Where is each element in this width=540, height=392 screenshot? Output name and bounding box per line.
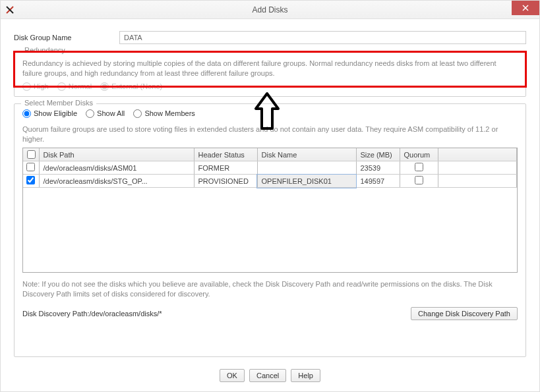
header-size-mb[interactable]: Size (MB): [356, 148, 400, 161]
close-button[interactable]: [512, 1, 539, 15]
ok-button[interactable]: OK: [220, 369, 245, 382]
help-button[interactable]: Help: [291, 369, 320, 382]
cell-disk-name[interactable]: OPENFILER_DISK01: [257, 175, 356, 188]
close-icon: [522, 5, 529, 11]
bottom-button-row: OK Cancel Help: [14, 364, 526, 383]
titlebar: Add Disks: [1, 1, 539, 19]
quorum-checkbox[interactable]: [415, 176, 423, 184]
member-disks-legend: Select Member Disks: [21, 99, 96, 107]
cell-blank: [438, 161, 517, 175]
cell-header-status: PROVISIONED: [194, 175, 257, 188]
redundancy-normal-radio[interactable]: Normal: [57, 82, 92, 91]
disk-group-name-input[interactable]: [119, 31, 526, 44]
header-blank: [438, 148, 517, 161]
cell-size-mb: 149597: [356, 175, 400, 188]
redundancy-description: Redundancy is achieved by storing multip…: [22, 59, 518, 78]
disk-filter-row: Show Eligible Show All Show Members: [22, 109, 518, 119]
header-header-status[interactable]: Header Status: [194, 148, 257, 161]
header-disk-path[interactable]: Disk Path: [39, 148, 194, 161]
quorum-description: Quorum failure groups are used to store …: [22, 125, 518, 144]
content-area: Disk Group Name Redundancy Redundancy is…: [1, 19, 539, 391]
cell-disk-path: /dev/oracleasm/disks/STG_OP...: [39, 175, 194, 188]
header-select-all[interactable]: [23, 148, 39, 161]
redundancy-high-radio[interactable]: High: [22, 82, 49, 91]
row-checkbox[interactable]: [26, 163, 35, 171]
cell-size-mb: 23539: [356, 161, 400, 175]
cell-header-status: FORMER: [194, 161, 257, 175]
table-header-row: Disk Path Header Status Disk Name Size (…: [23, 148, 517, 161]
disk-discovery-label: Disk Discovery Path:/dev/oracleasm/disks…: [22, 310, 162, 318]
show-members-radio[interactable]: Show Members: [133, 109, 195, 118]
quorum-checkbox[interactable]: [415, 163, 423, 171]
cancel-button[interactable]: Cancel: [249, 369, 286, 382]
cell-disk-path: /dev/oracleasm/disks/ASM01: [39, 161, 194, 175]
row-checkbox[interactable]: [26, 176, 35, 184]
redundancy-external-radio[interactable]: External (None): [100, 82, 162, 91]
header-quorum[interactable]: Quorum: [400, 148, 438, 161]
table-row[interactable]: /dev/oracleasm/disks/ASM01FORMER23539: [23, 161, 517, 175]
redundancy-legend: Redundancy: [21, 46, 69, 54]
window-title: Add Disks: [1, 5, 539, 14]
member-disks-fieldset: Select Member Disks Show Eligible Show A…: [14, 103, 526, 357]
change-disk-discovery-path-button[interactable]: Change Disk Discovery Path: [411, 307, 518, 320]
redundancy-radio-row: High Normal External (None): [22, 82, 518, 92]
show-eligible-radio[interactable]: Show Eligible: [22, 109, 77, 118]
show-all-radio[interactable]: Show All: [86, 109, 125, 118]
disk-table: Disk Path Header Status Disk Name Size (…: [22, 148, 518, 273]
table-row[interactable]: /dev/oracleasm/disks/STG_OP...PROVISIONE…: [23, 175, 517, 188]
disk-group-name-label: Disk Group Name: [14, 34, 119, 42]
disk-discovery-row: Disk Discovery Path:/dev/oracleasm/disks…: [22, 307, 518, 320]
cell-disk-name[interactable]: [257, 161, 356, 175]
discovery-note: Note: If you do not see the disks which …: [22, 279, 518, 299]
cell-blank: [438, 175, 517, 188]
redundancy-fieldset: Redundancy Redundancy is achieved by sto…: [14, 51, 526, 97]
add-disks-window: Add Disks Disk Group Name Redundancy Red…: [0, 0, 540, 392]
disk-group-name-row: Disk Group Name: [14, 31, 526, 44]
header-disk-name[interactable]: Disk Name: [257, 148, 356, 161]
